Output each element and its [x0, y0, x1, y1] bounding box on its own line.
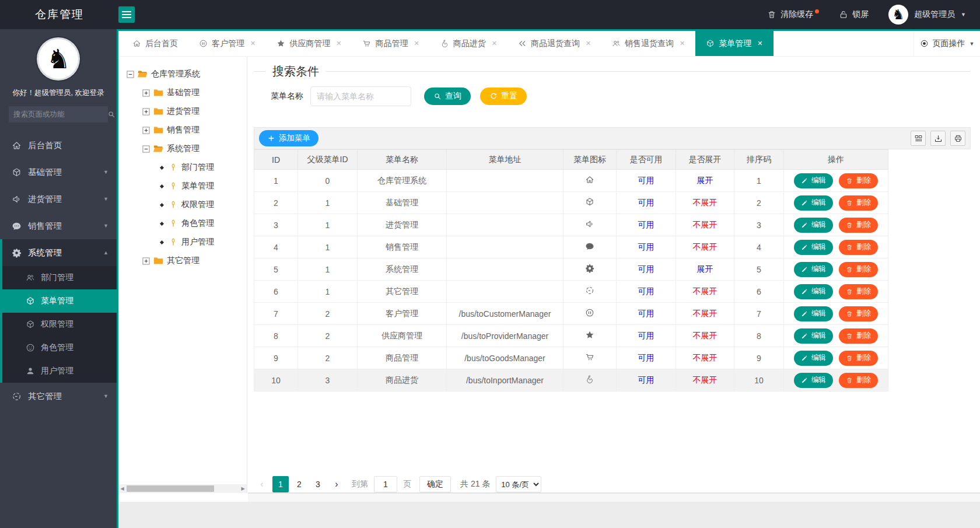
delete-button[interactable]: 删除 — [839, 328, 878, 344]
table-row[interactable]: 82供应商管理/bus/toProviderManager可用不展开8编辑删除 — [254, 325, 888, 347]
edit-button[interactable]: 编辑 — [794, 284, 833, 299]
tab-后台首页[interactable]: 后台首页 — [122, 31, 188, 56]
close-icon[interactable]: ✕ — [757, 40, 762, 47]
delete-button[interactable]: 删除 — [839, 284, 878, 299]
close-icon[interactable]: ✕ — [336, 40, 341, 47]
sidebar-subitem-用户管理[interactable]: 用户管理 — [2, 359, 117, 383]
expand-plus-icon[interactable] — [142, 257, 150, 265]
tab-商品进货[interactable]: 商品进货✕ — [430, 31, 508, 56]
collapse-minus-icon[interactable] — [142, 145, 150, 153]
clear-cache-button[interactable]: 清除缓存 — [767, 9, 819, 20]
page-button-1[interactable]: 1 — [272, 476, 289, 492]
delete-button[interactable]: 删除 — [839, 218, 878, 233]
export-tool-button[interactable] — [930, 131, 946, 146]
scroll-left-icon[interactable]: ◀ — [118, 486, 126, 491]
delete-button[interactable]: 删除 — [839, 173, 878, 188]
page-button-2[interactable]: 2 — [291, 476, 307, 492]
edit-button[interactable]: 编辑 — [794, 351, 833, 366]
table-row[interactable]: 51系统管理可用展开5编辑删除 — [254, 258, 888, 281]
goto-confirm-button[interactable]: 确定 — [419, 476, 451, 492]
edit-button[interactable]: 编辑 — [794, 262, 833, 277]
tree-node-部门管理[interactable]: 部门管理 — [127, 158, 247, 177]
reset-button[interactable]: 重置 — [480, 88, 527, 105]
sidebar-item-进货管理[interactable]: 进货管理▼ — [0, 186, 117, 212]
tree-node-进货管理[interactable]: 进货管理 — [127, 102, 247, 121]
tab-销售退货查询[interactable]: 销售退货查询✕ — [601, 31, 695, 56]
edit-button[interactable]: 编辑 — [794, 373, 833, 388]
hamburger-menu-button[interactable] — [118, 6, 135, 23]
scrollbar-thumb[interactable] — [127, 485, 214, 492]
close-icon[interactable]: ✕ — [586, 40, 591, 47]
close-icon[interactable]: ✕ — [414, 40, 419, 47]
close-icon[interactable]: ✕ — [492, 40, 497, 47]
table-row[interactable]: 41销售管理可用不展开4编辑删除 — [254, 236, 888, 258]
tree-node-菜单管理[interactable]: 菜单管理 — [127, 177, 247, 195]
close-icon[interactable]: ✕ — [250, 40, 256, 47]
delete-button[interactable]: 删除 — [839, 262, 878, 277]
tree-node-基础管理[interactable]: 基础管理 — [127, 83, 247, 102]
cube-icon — [26, 296, 35, 306]
delete-button[interactable]: 删除 — [839, 195, 878, 211]
tree-node-其它管理[interactable]: 其它管理 — [127, 251, 247, 270]
table-row[interactable]: 61其它管理可用不展开6编辑删除 — [254, 281, 888, 303]
page-operations-menu[interactable]: 页面操作▼ — [914, 31, 980, 56]
sidebar-search-input[interactable] — [13, 110, 107, 118]
query-button[interactable]: 查询 — [424, 88, 471, 105]
edit-button[interactable]: 编辑 — [794, 240, 833, 255]
cell-usable: 可用 — [617, 170, 676, 192]
tree-node-仓库管理系统[interactable]: 仓库管理系统 — [127, 65, 247, 83]
sidebar-subitem-角色管理[interactable]: 角色管理 — [2, 336, 117, 359]
print-tool-button[interactable] — [950, 131, 965, 146]
table-row[interactable]: 103商品进货/bus/toInportManager可用不展开10编辑删除 — [254, 369, 888, 391]
scroll-right-icon[interactable]: ▶ — [239, 486, 247, 491]
table-row[interactable]: 92商品管理/bus/toGoodsManager可用不展开9编辑删除 — [254, 347, 888, 369]
tab-客户管理[interactable]: 客户管理✕ — [188, 31, 266, 56]
tree-node-角色管理[interactable]: 角色管理 — [127, 214, 247, 233]
goto-page-input[interactable] — [374, 476, 397, 492]
tree-node-用户管理[interactable]: 用户管理 — [127, 233, 247, 251]
close-icon[interactable]: ✕ — [680, 40, 685, 47]
user-menu[interactable]: ♞ 超级管理员 ▼ — [888, 5, 966, 25]
delete-button[interactable]: 删除 — [839, 351, 878, 366]
menu-name-input[interactable] — [310, 86, 411, 106]
edit-button[interactable]: 编辑 — [794, 328, 833, 344]
edit-button[interactable]: 编辑 — [794, 218, 833, 233]
sidebar-item-后台首页[interactable]: 后台首页 — [0, 132, 117, 159]
edit-button[interactable]: 编辑 — [794, 306, 833, 321]
expand-plus-icon[interactable] — [142, 127, 150, 134]
tree-horizontal-scrollbar[interactable]: ◀ ▶ — [118, 484, 247, 493]
sidebar-item-系统管理[interactable]: 系统管理▲ — [2, 239, 117, 266]
table-row[interactable]: 10仓库管理系统可用展开1编辑删除 — [254, 170, 888, 192]
tab-菜单管理[interactable]: 菜单管理✕ — [695, 31, 773, 56]
edit-button[interactable]: 编辑 — [794, 173, 833, 188]
add-menu-button[interactable]: 添加菜单 — [259, 130, 318, 146]
tree-node-销售管理[interactable]: 销售管理 — [127, 121, 247, 139]
grid-tool-button[interactable] — [911, 131, 926, 146]
sidebar-subitem-权限管理[interactable]: 权限管理 — [2, 313, 117, 336]
table-row[interactable]: 72客户管理/bus/toCustomerManager可用不展开7编辑删除 — [254, 303, 888, 325]
delete-button[interactable]: 删除 — [839, 240, 878, 255]
delete-button[interactable]: 删除 — [839, 306, 878, 321]
expand-plus-icon[interactable] — [142, 89, 150, 97]
table-row[interactable]: 31进货管理可用不展开3编辑删除 — [254, 214, 888, 236]
sidebar-item-销售管理[interactable]: 销售管理▼ — [0, 212, 117, 239]
tab-供应商管理[interactable]: 供应商管理✕ — [266, 31, 352, 56]
tree-node-系统管理[interactable]: 系统管理 — [127, 139, 247, 158]
next-page-button[interactable]: › — [328, 476, 345, 492]
collapse-minus-icon[interactable] — [127, 71, 134, 78]
sidebar-subitem-部门管理[interactable]: 部门管理 — [2, 266, 117, 289]
prev-page-button[interactable]: ‹ — [254, 476, 270, 492]
tab-商品退货查询[interactable]: 商品退货查询✕ — [508, 31, 601, 56]
table-row[interactable]: 21基础管理可用不展开2编辑删除 — [254, 192, 888, 214]
lock-screen-button[interactable]: 锁屏 — [839, 9, 869, 20]
delete-button[interactable]: 删除 — [839, 373, 878, 388]
tab-商品管理[interactable]: 商品管理✕ — [352, 31, 429, 56]
sidebar-item-基础管理[interactable]: 基础管理▼ — [0, 159, 117, 186]
page-size-select[interactable]: 10 条/页 — [496, 476, 541, 492]
sidebar-subitem-菜单管理[interactable]: 菜单管理 — [2, 289, 117, 313]
page-button-3[interactable]: 3 — [310, 476, 326, 492]
expand-plus-icon[interactable] — [142, 108, 150, 116]
tree-node-权限管理[interactable]: 权限管理 — [127, 195, 247, 214]
sidebar-item-其它管理[interactable]: 其它管理▼ — [0, 383, 117, 410]
edit-button[interactable]: 编辑 — [794, 195, 833, 211]
